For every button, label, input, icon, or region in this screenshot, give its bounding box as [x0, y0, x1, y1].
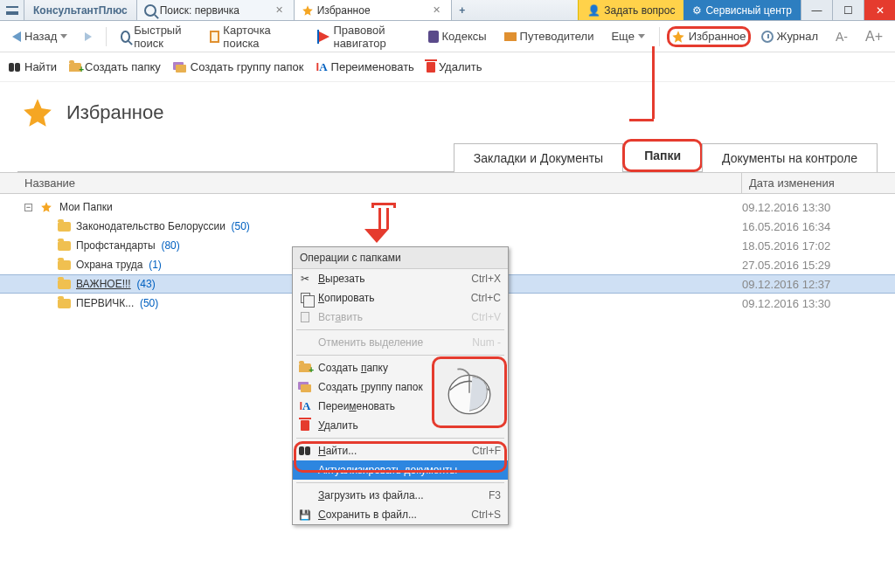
search-icon — [144, 4, 156, 17]
tab-bookmarks[interactable]: Закладки и Документы — [454, 143, 623, 172]
app-logo: КонсультантПлюс — [24, 0, 137, 20]
gear-icon: ⚙ — [692, 4, 702, 17]
collapse-icon[interactable]: − — [24, 204, 32, 211]
back-arrow-icon — [12, 31, 21, 42]
rename-button[interactable]: IA Переименовать — [316, 60, 414, 74]
cm-save-file[interactable]: Сохранить в файл... Ctrl+S — [293, 505, 508, 524]
title-bar: КонсультантПлюс Поиск: первичка ✕ Избран… — [0, 0, 895, 21]
scissors-icon — [301, 273, 309, 285]
save-icon — [299, 508, 311, 521]
tab-favorites[interactable]: Избранное ✕ — [295, 0, 452, 20]
close-icon[interactable]: ✕ — [272, 4, 287, 16]
page-tabs: Закладки и Документы Папки Документы на … — [17, 138, 878, 172]
tree-date: 09.12.2016 13:30 — [742, 201, 895, 214]
find-button[interactable]: Найти — [9, 60, 57, 73]
secondary-toolbar: Найти Создать папку Создать группу папок… — [0, 52, 895, 82]
folder-group-icon — [298, 382, 312, 392]
binoculars-icon — [299, 446, 311, 455]
font-decrease-button[interactable]: A- — [829, 26, 855, 47]
codex-button[interactable]: Кодексы — [421, 26, 494, 46]
chevron-down-icon — [638, 34, 645, 38]
legal-navigator-button[interactable]: Правовой навигатор — [312, 20, 417, 53]
forward-arrow-icon — [85, 32, 92, 41]
menu-icon[interactable] — [0, 0, 24, 20]
tab-control-docs[interactable]: Документы на контроле — [702, 143, 878, 172]
copy-icon — [301, 293, 310, 303]
trash-icon — [301, 420, 309, 431]
cm-find[interactable]: Найти... Ctrl+F — [293, 441, 508, 460]
font-increase-button[interactable]: A+ — [858, 25, 890, 48]
tree-item[interactable]: Законодательство Белоруссии (50) 16.05.2… — [0, 217, 895, 236]
cm-copy[interactable]: Копировать Ctrl+C — [293, 288, 508, 308]
card-icon — [210, 31, 219, 43]
cm-load-file[interactable]: Загрузить из файла... F3 — [293, 486, 508, 505]
signpost-icon — [504, 32, 517, 41]
delete-button[interactable]: Удалить — [427, 60, 482, 73]
tab-label: Поиск: первичка — [160, 4, 239, 17]
forward-button[interactable] — [78, 29, 99, 45]
paste-icon — [301, 312, 309, 322]
search-icon — [121, 31, 130, 43]
context-menu-title: Операции с папками — [293, 247, 508, 269]
rename-icon: IA — [299, 399, 310, 413]
page-header: Избранное — [0, 82, 895, 138]
ask-question-button[interactable]: 👤 Задать вопрос — [578, 0, 683, 20]
tree-label: Мои Папки — [59, 201, 113, 213]
table-header: Название Дата изменения — [0, 172, 895, 194]
new-tab-button[interactable]: + — [452, 0, 473, 20]
journal-button[interactable]: Журнал — [754, 26, 825, 46]
star-icon — [671, 30, 685, 44]
folder-plus-icon — [299, 363, 311, 372]
tab-search[interactable]: Поиск: первичка ✕ — [137, 0, 295, 20]
ask-icon: 👤 — [587, 4, 600, 17]
book-icon — [428, 31, 439, 43]
folder-icon — [58, 299, 71, 308]
folder-icon — [58, 280, 71, 289]
folder-group-icon — [173, 62, 187, 73]
folder-icon — [58, 260, 71, 270]
mouse-illustration — [432, 356, 507, 428]
tree-root[interactable]: − Мои Папки 09.12.2016 13:30 — [0, 197, 895, 217]
close-icon[interactable]: ✕ — [429, 4, 444, 16]
favorites-button[interactable]: Избранное — [667, 26, 751, 47]
annotation-arrow — [371, 203, 396, 243]
clock-icon — [761, 31, 774, 43]
column-name: Название — [17, 173, 742, 193]
star-icon — [40, 201, 52, 213]
tab-label: Избранное — [317, 4, 371, 17]
cm-paste: Вставить Ctrl+V — [293, 308, 508, 327]
star-icon — [302, 4, 314, 17]
main-toolbar: Назад Быстрый поиск Карточка поиска Прав… — [0, 21, 895, 52]
folder-icon — [58, 222, 71, 232]
cm-actualize[interactable]: Актуализировать документы — [293, 460, 508, 480]
more-button[interactable]: Еще — [604, 26, 651, 46]
maximize-button[interactable]: ☐ — [832, 0, 864, 20]
create-folder-button[interactable]: Создать папку — [69, 60, 161, 73]
folder-plus-icon — [69, 63, 81, 72]
trash-icon — [427, 62, 435, 73]
create-folder-group-button[interactable]: Создать группу папок — [173, 60, 304, 73]
tab-folders[interactable]: Папки — [622, 139, 703, 172]
flag-icon — [319, 31, 330, 42]
window-controls: — ☐ ✕ — [801, 0, 895, 20]
guides-button[interactable]: Путеводители — [497, 26, 601, 46]
card-search-button[interactable]: Карточка поиска — [203, 20, 294, 53]
cm-deselect: Отменить выделение Num - — [293, 333, 508, 352]
rename-icon: IA — [316, 60, 328, 74]
quick-search-button[interactable]: Быстрый поиск — [114, 20, 199, 53]
close-window-button[interactable]: ✕ — [864, 0, 895, 20]
minimize-button[interactable]: — — [801, 0, 832, 20]
cm-cut[interactable]: Вырезать Ctrl+X — [293, 269, 508, 288]
folder-icon — [58, 241, 71, 251]
chevron-down-icon — [60, 34, 67, 38]
service-center-button[interactable]: ⚙ Сервисный центр — [683, 0, 801, 20]
back-button[interactable]: Назад — [5, 26, 74, 46]
star-icon — [21, 96, 54, 129]
column-date: Дата изменения — [742, 173, 895, 193]
page-title: Избранное — [66, 101, 164, 124]
binoculars-icon — [9, 63, 21, 72]
